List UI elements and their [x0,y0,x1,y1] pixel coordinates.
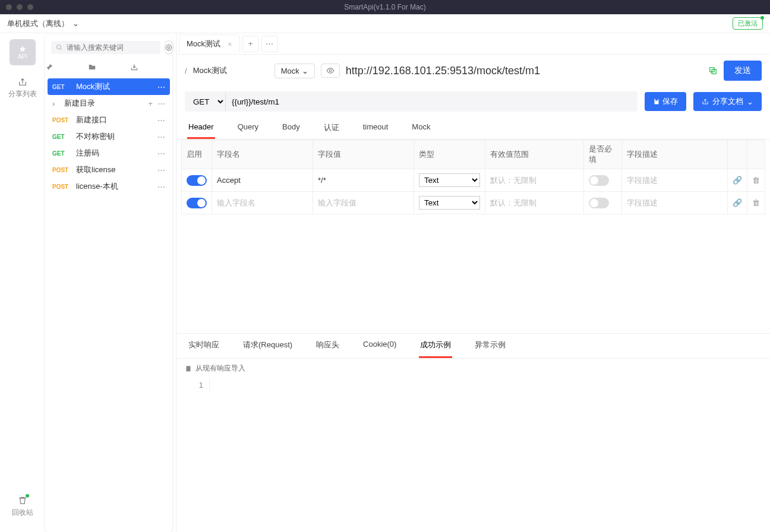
required-toggle[interactable] [589,175,609,186]
api-item-new-api[interactable]: POST 新建接口 ⋯ [48,112,170,128]
link-icon[interactable]: 🔗 [733,176,742,185]
editor-content[interactable] [210,378,770,392]
breadcrumb-prefix: / [185,66,187,75]
resp-tab-cookie[interactable]: Cookie(0) [362,334,397,358]
subtab-query[interactable]: Query [236,116,260,139]
resp-tab-request[interactable]: 请求(Request) [242,334,294,358]
new-tab-button[interactable]: + [242,36,259,52]
field-value-input[interactable] [318,176,409,185]
mode-label: 单机模式（离线） [7,18,69,29]
more-icon[interactable]: ⋯ [157,149,165,158]
subtab-auth[interactable]: 认证 [323,116,340,139]
response-tabs: 实时响应 请求(Request) 响应头 Cookie(0) 成功示例 异常示例 [176,333,770,359]
mock-dropdown[interactable]: Mock ⌄ [274,64,315,78]
resp-tab-error[interactable]: 异常示例 [474,334,507,358]
api-item-label: Mock测试 [76,81,153,92]
api-item-label: license-本机 [76,181,153,192]
plus-icon[interactable]: + [148,99,153,108]
subtab-mock[interactable]: Mock [411,116,431,139]
search-settings-button[interactable] [164,40,173,55]
more-icon[interactable]: ⋯ [157,182,165,191]
api-item-license-local[interactable]: POST license-本机 ⋯ [48,178,170,195]
breadcrumb[interactable]: Mock测试 [193,65,227,76]
close-icon[interactable]: × [228,40,232,49]
max-window[interactable] [27,4,33,10]
more-icon[interactable]: ⋯ [157,116,165,125]
api-item-asymmetric-key[interactable]: GET 不对称密钥 ⋯ [48,128,170,145]
sidebar-export-button[interactable] [130,63,172,71]
rail-trash[interactable]: 回收站 [12,496,33,518]
mock-label: Mock [281,66,299,75]
preview-button[interactable] [321,64,340,78]
enable-toggle[interactable] [187,198,207,208]
more-icon[interactable]: ⋯ [157,83,165,91]
required-toggle[interactable] [589,198,609,208]
method-select[interactable]: GET [185,91,226,112]
close-window[interactable] [6,4,12,10]
range-input[interactable] [490,198,579,207]
request-subtabs: Header Query Body 认证 timeout Mock [176,116,770,140]
sidebar-pin-button[interactable] [45,63,87,71]
field-name-input[interactable] [217,198,308,207]
subtab-timeout[interactable]: timeout [362,116,390,139]
window-controls[interactable] [6,4,33,10]
send-button[interactable]: 发送 [724,61,762,81]
type-select[interactable]: Text [419,196,480,210]
api-item-label: 不对称密钥 [76,131,153,142]
method-tag: GET [52,84,71,90]
activated-badge[interactable]: 已激活 [733,17,763,30]
copy-url-button[interactable] [708,66,718,75]
range-input[interactable] [490,176,579,185]
top-toolbar: 单机模式（离线） ⌄ 已激活 [0,14,770,33]
svg-point-1 [166,45,171,50]
rail-share[interactable]: 分享列表 [8,77,37,99]
api-item-register-code[interactable]: GET 注册码 ⋯ [48,145,170,162]
sidebar-folder-button[interactable] [88,63,130,71]
col-act2 [747,140,765,169]
api-item-mock-test[interactable]: GET Mock测试 ⋯ [48,78,170,95]
api-item-new-folder[interactable]: › 新建目录 + ⋯ [48,95,170,112]
save-button[interactable]: 保存 [645,92,686,111]
delete-icon[interactable]: 🗑 [752,198,760,207]
more-icon[interactable]: ⋯ [157,132,165,141]
resp-tab-success[interactable]: 成功示例 [419,334,452,358]
svg-point-3 [329,69,332,72]
type-select[interactable]: Text [419,173,480,187]
tab-more-button[interactable]: ⋯ [261,36,278,52]
import-response-link[interactable]: 从现有响应导入 [176,359,770,378]
method-tag: POST [52,183,71,190]
more-icon[interactable]: ⋯ [157,99,165,108]
left-rail: API 分享列表 回收站 [0,33,45,532]
request-tab[interactable]: Mock测试 × [179,34,240,53]
subtab-header[interactable]: Header [187,116,215,139]
share-icon [18,77,27,87]
share-icon [702,98,709,105]
desc-input[interactable] [627,176,722,185]
chevron-down-icon: ⌄ [302,66,308,75]
field-name-input[interactable] [217,176,308,185]
request-tabbar: Mock测试 × + ⋯ [176,33,770,55]
delete-icon[interactable]: 🗑 [752,176,760,185]
resp-tab-headers[interactable]: 响应头 [315,334,340,358]
response-editor[interactable]: 1 [176,378,770,392]
chevron-down-icon: ⌄ [747,97,753,106]
more-icon[interactable]: ⋯ [157,166,165,175]
search-input[interactable] [67,43,156,52]
subtab-body[interactable]: Body [281,116,301,139]
enable-toggle[interactable] [187,175,207,186]
link-icon[interactable]: 🔗 [733,198,742,207]
min-window[interactable] [17,4,23,10]
api-item-get-license[interactable]: POST 获取license ⋯ [48,162,170,178]
search-icon [56,44,63,51]
desc-input[interactable] [627,198,722,207]
search-box[interactable] [51,41,160,54]
resp-tab-live[interactable]: 实时响应 [187,334,220,358]
tab-label: Mock测试 [187,39,220,49]
share-doc-button[interactable]: 分享文档 ⌄ [693,92,762,111]
window-title: SmartApi(v1.1.0 For Mac) [344,3,425,11]
rail-api[interactable]: API [10,39,36,65]
api-item-label: 新建接口 [76,115,153,125]
field-value-input[interactable] [318,198,409,207]
path-input[interactable] [226,97,638,106]
mode-selector[interactable]: 单机模式（离线） ⌄ [7,18,79,29]
